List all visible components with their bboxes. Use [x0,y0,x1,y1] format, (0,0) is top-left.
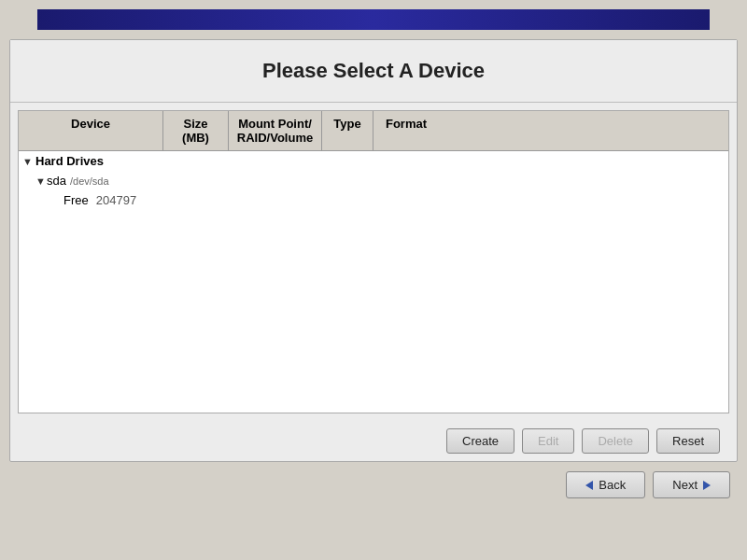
partition-free[interactable]: Free 204797 [19,190,728,210]
title-section: Please Select A Device [10,40,737,103]
table-body: ▼ Hard Drives ▼ sda /dev/sda Free 204797 [19,151,728,413]
group-hard-drives: ▼ Hard Drives [19,151,728,171]
chevron-down-icon: ▼ [35,175,47,187]
next-label: Next [672,478,698,492]
main-panel: Please Select A Device Device Size(MB) M… [9,39,738,462]
edit-button[interactable]: Edit [522,428,574,454]
sda-label: sda [47,174,66,188]
device-table: Device Size(MB) Mount Point/RAID/Volume … [18,110,729,413]
col-header-type: Type [322,111,374,150]
top-bar [37,9,710,30]
nav-buttons: Back Next [0,462,747,508]
back-arrow-icon [585,481,593,490]
col-header-mount: Mount Point/RAID/Volume [229,111,322,150]
back-label: Back [599,478,626,492]
table-header: Device Size(MB) Mount Point/RAID/Volume … [19,111,728,151]
chevron-down-icon: ▼ [22,156,34,167]
next-button[interactable]: Next [653,471,730,498]
sda-path: /dev/sda [70,175,109,187]
col-header-device: Device [19,111,163,150]
back-button[interactable]: Back [566,471,645,498]
group-label: Hard Drives [34,154,104,168]
free-label: Free [63,193,89,207]
next-arrow-icon [703,481,711,490]
device-sda[interactable]: ▼ sda /dev/sda [19,171,728,190]
action-buttons: Create Edit Delete Reset [10,421,737,461]
col-header-format: Format [374,111,439,150]
reset-button[interactable]: Reset [656,428,720,454]
delete-button[interactable]: Delete [582,428,649,454]
col-header-size: Size(MB) [163,111,229,150]
free-size: 204797 [96,193,136,207]
page-title: Please Select A Device [29,59,718,83]
create-button[interactable]: Create [446,428,514,454]
